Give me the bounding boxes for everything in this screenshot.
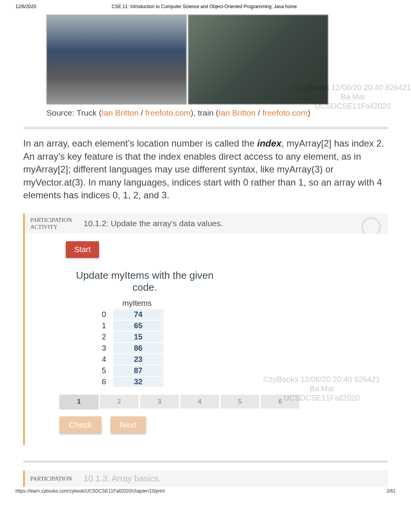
array-name-label: myItems	[98, 299, 176, 308]
array-index: 1	[98, 321, 106, 330]
array-row: 165	[98, 321, 353, 331]
step-2[interactable]: 2	[100, 395, 139, 409]
link-ian-britton-1[interactable]: Ian Britton	[101, 108, 139, 117]
participation-activity-1: PARTICIPATION ACTIVITY 10.1.2: Update th…	[23, 213, 388, 445]
array-cell: 86	[113, 343, 163, 353]
step-3[interactable]: 3	[140, 395, 179, 409]
array-cell: 87	[113, 365, 163, 376]
array-index: 6	[98, 377, 106, 386]
header-date: 12/6/2020	[15, 4, 36, 9]
array-index: 0	[98, 310, 106, 319]
start-button[interactable]: Start	[66, 241, 99, 258]
array-row: 386	[98, 343, 353, 353]
array-row: 423	[98, 354, 353, 365]
link-ian-britton-2[interactable]: Ian Britton	[219, 108, 256, 117]
array-cell: 32	[113, 377, 163, 387]
activity2-title: 10.1.3: Array basics.	[84, 474, 161, 484]
array-cell: 23	[113, 354, 163, 365]
section-divider-2	[23, 460, 388, 463]
array-index: 4	[98, 355, 106, 364]
array-cell: 15	[113, 332, 163, 342]
array-index: 5	[98, 366, 106, 375]
activity2-label: PARTICIPATION	[30, 475, 72, 482]
activity-label: PARTICIPATION ACTIVITY	[30, 217, 72, 230]
term-index: index	[257, 138, 281, 148]
truck-image	[46, 15, 187, 104]
array-row: 074	[98, 309, 353, 320]
link-freefoto-1[interactable]: freefoto.com	[146, 108, 191, 117]
array-index: 2	[98, 332, 106, 341]
array-visualization: myItems 074165215386423587632	[98, 299, 353, 387]
array-row: 587	[98, 365, 353, 376]
array-row: 215	[98, 332, 353, 342]
watermark-2: ©zyBooks 12/06/20 20:40 826421 Ba Mai UC…	[263, 375, 380, 402]
figure-images: ©zyBooks 12/06/20 20:40 826421 Ba Mai UC…	[46, 15, 388, 104]
array-index: 3	[98, 344, 106, 353]
footer-page: 2/61	[387, 488, 396, 494]
step-4[interactable]: 4	[180, 395, 219, 409]
watermark: ©zyBooks 12/06/20 20:40 826421 Ba Mai UC…	[294, 83, 411, 111]
array-cell: 65	[113, 321, 163, 331]
footer-url: https://learn.zybooks.com/zybook/UCSDCSE…	[15, 488, 165, 494]
header-course-title: CSE 11: Introduction to Computer Science…	[36, 4, 372, 9]
section-divider	[23, 127, 388, 129]
participation-activity-2: PARTICIPATION 10.1.3: Array basics.	[23, 471, 388, 487]
activity-title: 10.1.2: Update the array's data values.	[84, 219, 223, 228]
index-paragraph: In an array, each element's location num…	[23, 137, 388, 202]
print-footer: https://learn.zybooks.com/zybook/UCSDCSE…	[0, 487, 411, 498]
activity-instruction: Update myItems with the given code.	[67, 269, 222, 293]
array-cell: 74	[113, 309, 163, 320]
step-1[interactable]: 1	[60, 395, 98, 409]
check-button[interactable]: Check	[60, 416, 101, 433]
next-button[interactable]: Next	[111, 416, 146, 433]
print-header: 12/6/2020 CSE 11: Introduction to Comput…	[0, 0, 411, 12]
step-5[interactable]: 5	[221, 395, 259, 409]
